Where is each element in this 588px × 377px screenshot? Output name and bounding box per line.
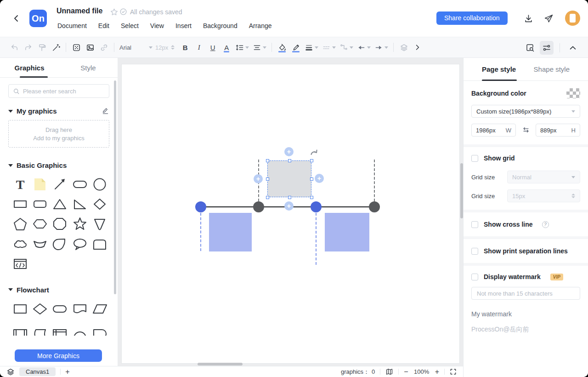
font-size-stepper[interactable]: [171, 45, 175, 50]
timeline-node-gray[interactable]: [253, 201, 264, 212]
menu-arrange[interactable]: Arrange: [249, 22, 272, 29]
width-input[interactable]: [476, 127, 503, 134]
arrow-start-button[interactable]: [355, 40, 373, 54]
menu-select[interactable]: Select: [121, 22, 139, 29]
shape-internal-storage[interactable]: [50, 324, 70, 336]
text-align-button[interactable]: [251, 40, 268, 54]
shape-triangle[interactable]: [50, 194, 70, 214]
line-width-button[interactable]: [303, 40, 320, 54]
shape-document[interactable]: [70, 299, 90, 319]
insert-link-button[interactable]: [97, 40, 111, 54]
shape-right-triangle[interactable]: [70, 194, 90, 214]
canvas-area[interactable]: + + + +: [118, 58, 463, 366]
line-color-button[interactable]: [289, 40, 303, 54]
font-size-control[interactable]: 12px: [155, 44, 175, 51]
grid-size-stepper-arrows[interactable]: [571, 194, 575, 198]
rotate-handle[interactable]: [309, 149, 318, 160]
back-button[interactable]: [11, 13, 22, 24]
timeline-node-blue[interactable]: [195, 201, 206, 212]
grid-size-stepper[interactable]: 15px: [507, 189, 580, 202]
avatar[interactable]: [565, 11, 580, 26]
shape-delay[interactable]: [90, 324, 110, 336]
minimap-icon[interactable]: [385, 368, 393, 376]
menu-document[interactable]: Document: [57, 22, 87, 29]
line-style-button[interactable]: [320, 40, 338, 54]
show-grid-checkbox[interactable]: [471, 155, 478, 162]
layers-button[interactable]: [397, 40, 411, 54]
add-shape-top-button[interactable]: +: [284, 147, 294, 156]
find-replace-button[interactable]: [523, 41, 537, 55]
tab-shape-style[interactable]: Shape style: [534, 65, 570, 73]
resize-handle-s[interactable]: [288, 196, 291, 199]
menu-background[interactable]: Background: [203, 22, 237, 29]
search-input[interactable]: [23, 88, 105, 95]
pattern-fill-button[interactable]: [69, 40, 83, 54]
shape-diamond[interactable]: [90, 194, 110, 214]
menu-view[interactable]: View: [150, 22, 164, 29]
add-shape-left-button[interactable]: +: [254, 174, 263, 183]
shape-circle[interactable]: [90, 174, 110, 194]
show-print-lines-checkbox[interactable]: [471, 248, 478, 255]
shape-stored-data[interactable]: [30, 324, 50, 336]
background-color-swatch[interactable]: [566, 88, 580, 98]
italic-button[interactable]: I: [192, 40, 206, 54]
share-collaboration-button[interactable]: Share collaboration: [436, 11, 508, 25]
page-size-select[interactable]: Custom size(1986px*889px): [471, 105, 580, 118]
shape-octagon[interactable]: [50, 214, 70, 234]
collapse-toolbar-button[interactable]: [566, 41, 580, 55]
more-graphics-button[interactable]: More Graphics: [15, 349, 102, 362]
undo-button[interactable]: [7, 40, 21, 54]
shape-star[interactable]: [70, 214, 90, 234]
shape-oval-callout[interactable]: [70, 234, 90, 254]
display-watermark-checkbox[interactable]: [471, 274, 478, 280]
shape-search[interactable]: [8, 84, 109, 98]
shape-rounded-top-rectangle[interactable]: [90, 234, 110, 254]
collapse-caret-icon[interactable]: [8, 110, 13, 113]
shape-teardrop[interactable]: [50, 234, 70, 254]
shape-cloud[interactable]: [10, 234, 30, 254]
font-color-button[interactable]: A: [220, 40, 233, 54]
shape-text[interactable]: T: [10, 174, 30, 194]
menu-edit[interactable]: Edit: [98, 22, 109, 29]
magic-wand-button[interactable]: [49, 40, 62, 54]
resize-handle-sw[interactable]: [266, 196, 269, 199]
style-panel-toggle-button[interactable]: [540, 41, 554, 55]
shape-decision[interactable]: [30, 299, 50, 319]
line-height-button[interactable]: [233, 40, 251, 54]
fullscreen-icon[interactable]: [450, 368, 457, 375]
toolbar-expand-button[interactable]: [411, 40, 424, 54]
add-shape-bottom-button[interactable]: +: [284, 201, 294, 211]
underline-button[interactable]: U: [206, 40, 220, 54]
shape-rectangle[interactable]: [10, 194, 30, 214]
collapse-caret-icon[interactable]: [8, 164, 13, 167]
redo-button[interactable]: [21, 40, 35, 54]
app-logo[interactable]: On: [29, 10, 47, 27]
tab-page-style[interactable]: Page style: [482, 65, 516, 73]
horizontal-scrollbar[interactable]: [198, 363, 243, 366]
resize-handle-nw[interactable]: [266, 159, 269, 162]
fill-color-button[interactable]: [275, 40, 289, 54]
swap-dimensions-button[interactable]: [520, 124, 532, 136]
shape-process[interactable]: [10, 299, 30, 319]
shape-data[interactable]: [90, 299, 110, 319]
shape-rounded-triangle-down[interactable]: [90, 214, 110, 234]
menu-insert[interactable]: Insert: [175, 22, 192, 29]
file-title[interactable]: Unnamed file: [57, 7, 102, 15]
favorite-star-icon[interactable]: [110, 8, 119, 18]
canvas-tab[interactable]: Canvas1: [19, 367, 56, 376]
shape-code-block[interactable]: [10, 254, 30, 274]
resize-handle-n[interactable]: [288, 159, 291, 162]
canvas-page[interactable]: + + + +: [122, 64, 459, 363]
timeline-bar[interactable]: [325, 213, 369, 251]
tab-graphics[interactable]: Graphics: [0, 58, 59, 77]
timeline-node-gray[interactable]: [369, 201, 380, 212]
selected-shape[interactable]: [267, 160, 311, 197]
add-canvas-button[interactable]: +: [65, 368, 69, 376]
bold-button[interactable]: B: [178, 40, 192, 54]
download-button[interactable]: [523, 13, 534, 24]
shape-pentagon[interactable]: [10, 214, 30, 234]
shape-rounded-rectangle[interactable]: [30, 194, 50, 214]
show-cross-line-checkbox[interactable]: [471, 221, 478, 228]
collapse-caret-icon[interactable]: [8, 288, 13, 291]
height-input[interactable]: [540, 127, 567, 134]
